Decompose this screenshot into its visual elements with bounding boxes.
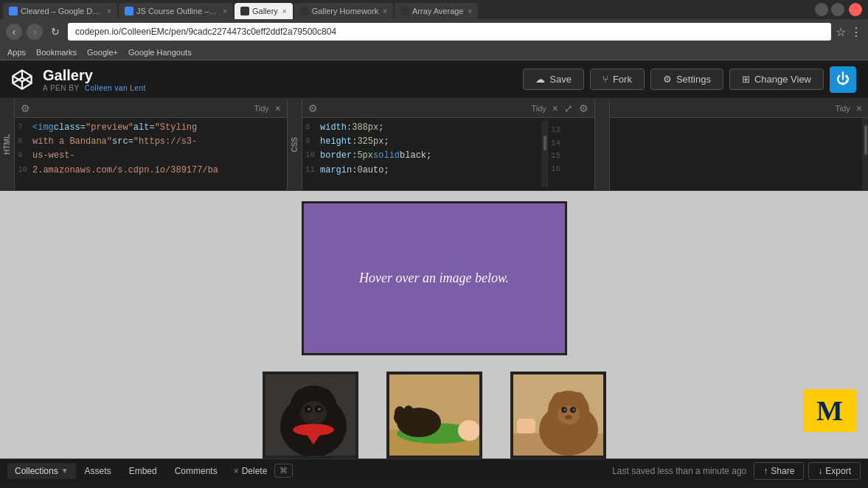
change-view-label: Change View	[754, 74, 811, 85]
bookmarks-bar: Apps Bookmarks Google+ Google Hangouts	[0, 44, 868, 60]
pen-author-line: A PEN BY Colleen van Lent	[43, 84, 523, 92]
tab-cleared-close[interactable]: ×	[107, 7, 111, 15]
hover-text: Hover over an image below.	[359, 271, 509, 286]
js-tidy-btn[interactable]: Tidy	[835, 104, 850, 113]
export-button[interactable]: ↓ Export	[808, 462, 861, 480]
bookmark-bookmarks[interactable]: Bookmarks	[36, 48, 77, 57]
tab-gallery-close[interactable]: ×	[282, 7, 287, 15]
window-minimize[interactable]	[815, 3, 828, 16]
svg-point-19	[458, 420, 480, 441]
tab-array-close[interactable]: ×	[468, 7, 473, 15]
html-label: HTML	[3, 134, 11, 155]
comments-button[interactable]: Comments	[166, 463, 226, 479]
tab-array-average[interactable]: Array Average ×	[395, 3, 478, 19]
css-scroll[interactable]	[541, 121, 547, 187]
browser-nav-bar: ‹ › ↻ codepen.io/ColleenEMc/pen/9cadc227…	[0, 19, 868, 44]
settings-icon: ⚙	[663, 74, 672, 85]
nav-star[interactable]: ☆	[836, 25, 846, 39]
html-settings-icon[interactable]: ⚙	[21, 102, 30, 114]
css-tidy-btn[interactable]: Tidy	[531, 104, 546, 113]
preview-area: Hover over an image below.	[0, 191, 868, 459]
html-panel: HTML ⚙ Tidy × 7<img class = "preview" al…	[0, 99, 288, 190]
gallery-image-2	[386, 372, 482, 459]
tab-homework-close[interactable]: ×	[383, 7, 387, 15]
codepen-header: Gallery A PEN BY Colleen van Lent ☁ Save…	[0, 60, 868, 99]
preview-box: Hover over an image below.	[302, 201, 567, 355]
bookmark-apps[interactable]: Apps	[7, 48, 26, 57]
html-tidy-btn[interactable]: Tidy	[254, 104, 268, 113]
nav-menu[interactable]: ⋮	[850, 25, 862, 39]
svg-point-22	[395, 406, 405, 419]
tab-cleared[interactable]: Cleared – Google Drive ×	[3, 3, 117, 19]
js-toolbar: Tidy ×	[610, 99, 868, 118]
css-panel: CSS ⚙ Tidy × ⤢ ⚙ 8 width: 388px; 9 heigh…	[288, 99, 595, 190]
html-close-btn[interactable]: ×	[275, 102, 281, 114]
export-label: Export	[825, 466, 851, 476]
css-settings-btn2[interactable]: ⚙	[579, 102, 588, 114]
codepen-logo	[12, 69, 32, 90]
dog1-svg	[265, 374, 358, 459]
tab-js-label: JS Course Outline – Goo...	[136, 7, 218, 15]
codepen-logo-icon	[12, 69, 32, 90]
css-side-label: CSS	[288, 99, 302, 190]
settings-label: Settings	[676, 74, 711, 85]
save-icon: ☁	[535, 74, 545, 85]
fork-button[interactable]: ⑂ Fork	[590, 69, 645, 90]
css-close-btn[interactable]: ×	[552, 102, 558, 114]
delete-button[interactable]: × Delete	[226, 463, 275, 479]
window-maximize[interactable]	[831, 3, 844, 16]
bookmark-hangouts[interactable]: Google Hangouts	[128, 48, 192, 57]
collections-button[interactable]: Collections ▼	[7, 463, 76, 479]
embed-button[interactable]: Embed	[120, 463, 166, 479]
change-view-button[interactable]: ⊞ Change View	[729, 69, 824, 90]
css-toolbar: ⚙ Tidy × ⤢ ⚙	[302, 99, 594, 118]
michigan-logo: M	[803, 389, 856, 432]
address-bar[interactable]: codepen.io/ColleenEMc/pen/9cadc2274473c0…	[68, 23, 831, 41]
delete-x-icon: ×	[234, 466, 239, 476]
js-scroll[interactable]	[862, 118, 868, 190]
collections-arrow-icon: ▼	[61, 467, 69, 475]
save-button[interactable]: ☁ Save	[523, 69, 584, 90]
css-settings-icon[interactable]: ⚙	[308, 102, 318, 114]
settings-button[interactable]: ⚙ Settings	[650, 69, 723, 90]
browser-tab-bar: Cleared – Google Drive × JS Course Outli…	[0, 0, 868, 19]
dog2-svg	[389, 374, 482, 459]
tab-js-close[interactable]: ×	[223, 7, 227, 15]
assets-button[interactable]: Assets	[76, 463, 120, 479]
share-label: Share	[771, 466, 794, 476]
share-icon: ↑	[763, 466, 768, 476]
export-icon: ↓	[818, 466, 822, 476]
js-panel: Tidy ×	[595, 99, 868, 190]
svg-rect-36	[517, 419, 535, 433]
pen-author-name: Colleen van Lent	[85, 84, 146, 92]
nav-forward[interactable]: ›	[27, 24, 43, 40]
css-content[interactable]: 8 width: 388px; 9 height: 325px; 10 bord…	[302, 118, 594, 190]
michigan-logo-text: M	[816, 397, 843, 425]
window-close[interactable]	[849, 3, 862, 16]
tab-js-outline[interactable]: JS Course Outline – Goo... ×	[119, 3, 233, 19]
svg-point-34	[572, 409, 574, 411]
gallery-images-row	[263, 372, 606, 459]
svg-point-13	[309, 413, 318, 419]
css-expand-btn[interactable]: ⤢	[564, 102, 573, 114]
pen-title: Gallery	[43, 67, 523, 84]
svg-point-35	[565, 415, 572, 419]
tab-homework-label: Gallery Homework	[312, 7, 378, 15]
bookmark-google-plus[interactable]: Google+	[87, 48, 118, 57]
tab-gallery[interactable]: Gallery ×	[235, 3, 293, 19]
bottom-bar: Collections ▼ Assets Embed Comments × De…	[0, 459, 868, 482]
power-button[interactable]: ⏻	[830, 66, 856, 93]
js-close-btn[interactable]: ×	[856, 102, 862, 114]
pen-author-prefix: A PEN BY	[43, 84, 79, 92]
tab-gallery-homework[interactable]: Gallery Homework ×	[294, 3, 393, 19]
js-content[interactable]	[610, 118, 868, 190]
change-view-icon: ⊞	[742, 74, 750, 85]
tab-cleared-label: Cleared – Google Drive	[21, 7, 103, 15]
nav-refresh[interactable]: ↻	[47, 24, 63, 40]
nav-back[interactable]: ‹	[6, 24, 22, 40]
svg-point-33	[563, 409, 566, 411]
save-label: Save	[549, 74, 572, 85]
keyboard-shortcut: ⌘	[274, 464, 293, 478]
html-content[interactable]: 7<img class = "preview" alt = "Styling 8…	[15, 118, 287, 190]
share-button[interactable]: ↑ Share	[754, 462, 804, 480]
